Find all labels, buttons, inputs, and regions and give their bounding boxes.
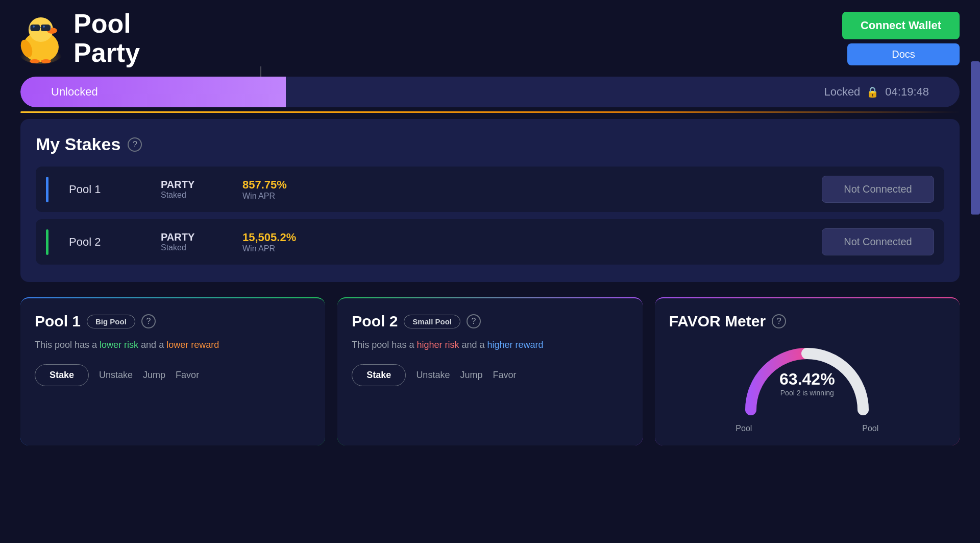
pool1-favor-button[interactable]: Favor: [176, 370, 199, 381]
pool2-name: Pool 2: [69, 235, 140, 249]
svg-rect-8: [50, 26, 51, 30]
pool2-card: Pool 2 Small Pool ? This pool has a high…: [337, 297, 642, 445]
pool2-apr: 15,505.2% Win APR: [242, 231, 801, 253]
svg-rect-5: [41, 25, 50, 31]
locked-tab[interactable]: Locked 🔒 04:19:48: [286, 85, 960, 99]
pool1-name: Pool 1: [69, 183, 140, 196]
pool2-card-header: Pool 2 Small Pool ?: [352, 313, 628, 330]
pool2-stake-button[interactable]: Stake: [352, 364, 406, 386]
pool2-staked: PARTY Staked: [161, 231, 222, 252]
pool2-card-title: Pool 2: [352, 313, 398, 330]
svg-rect-7: [30, 26, 31, 30]
pool2-unstake-button[interactable]: Unstake: [416, 370, 450, 381]
pool2-actions: Stake Unstake Jump Favor: [352, 364, 628, 386]
favor-card-header: FAVOR Meter ?: [669, 313, 945, 330]
pool2-description: This pool has a higher risk and a higher…: [352, 338, 628, 352]
pool2-jump-button[interactable]: Jump: [460, 370, 482, 381]
stakes-help-icon[interactable]: ?: [128, 137, 142, 152]
gauge-labels: Pool Pool: [736, 424, 878, 433]
pool1-description: This pool has a lower risk and a lower r…: [35, 338, 311, 352]
pool1-bar: [46, 177, 48, 202]
gauge-container: 63.42% Pool 2 is winning: [736, 338, 878, 420]
favor-help-icon[interactable]: ?: [772, 314, 786, 328]
svg-point-10: [43, 26, 45, 28]
pool1-card-title: Pool 1: [35, 313, 81, 330]
pool1-help-icon[interactable]: ?: [141, 314, 156, 328]
pool1-apr: 857.75% Win APR: [242, 178, 801, 201]
lock-icon: 🔒: [866, 86, 879, 98]
svg-point-13: [41, 59, 51, 63]
pool1-connect-button[interactable]: Not Connected: [822, 176, 934, 203]
stakes-section: My Stakes ? Pool 1 PARTY Staked 857.75% …: [20, 119, 960, 282]
docs-button[interactable]: Docs: [847, 43, 960, 65]
svg-rect-4: [31, 25, 40, 31]
pool1-staked: PARTY Staked: [161, 179, 222, 200]
favor-meter-card: FAVOR Meter ?: [655, 297, 960, 445]
pool2-connect-button[interactable]: Not Connected: [822, 228, 934, 255]
logo-area: Pool Party: [15, 9, 140, 67]
pool-row-2: Pool 2 PARTY Staked 15,505.2% Win APR No…: [36, 219, 944, 265]
pool2-badge: Small Pool: [404, 315, 460, 328]
pool2-favor-button[interactable]: Favor: [493, 370, 516, 381]
pool1-stake-button[interactable]: Stake: [35, 364, 89, 386]
pool1-badge: Big Pool: [87, 315, 135, 328]
connect-wallet-button[interactable]: Connect Wallet: [842, 12, 960, 39]
favor-meter-wrapper: 63.42% Pool 2 is winning Pool Pool: [669, 338, 945, 433]
stakes-title: My Stakes: [36, 134, 120, 154]
pool2-help-icon[interactable]: ?: [467, 314, 481, 328]
toggle-bar[interactable]: Unlocked Locked 🔒 04:19:48: [20, 77, 960, 107]
pool1-actions: Stake Unstake Jump Favor: [35, 364, 311, 386]
pool1-card: Pool 1 Big Pool ? This pool has a lower …: [20, 297, 325, 445]
toggle-bar-wrapper: Unlocked Locked 🔒 04:19:48: [0, 77, 980, 107]
pool-row-1: Pool 1 PARTY Staked 857.75% Win APR Not …: [36, 167, 944, 212]
pool1-card-header: Pool 1 Big Pool ?: [35, 313, 311, 330]
header: Pool Party Connect Wallet Docs: [0, 0, 980, 77]
cards-row: Pool 1 Big Pool ? This pool has a lower …: [0, 297, 980, 445]
duck-icon: [15, 10, 66, 66]
pool1-unstake-button[interactable]: Unstake: [99, 370, 133, 381]
gauge-percent: 63.42%: [779, 370, 835, 389]
header-buttons: Connect Wallet Docs: [842, 12, 960, 65]
gauge-label-left: Pool: [736, 424, 752, 433]
stakes-header: My Stakes ?: [36, 134, 944, 154]
gold-line: [20, 111, 960, 113]
pool1-jump-button[interactable]: Jump: [143, 370, 165, 381]
svg-point-12: [30, 59, 40, 63]
gauge-subtitle: Pool 2 is winning: [779, 389, 835, 397]
svg-point-9: [33, 26, 35, 28]
pool2-bar: [46, 229, 48, 255]
timer: 04:19:48: [885, 85, 929, 99]
gauge-center: 63.42% Pool 2 is winning: [779, 370, 835, 397]
logo-text: Pool Party: [74, 9, 140, 67]
gauge-label-right: Pool: [862, 424, 878, 433]
unlocked-tab[interactable]: Unlocked: [20, 77, 286, 107]
favor-title: FAVOR Meter: [669, 313, 766, 330]
